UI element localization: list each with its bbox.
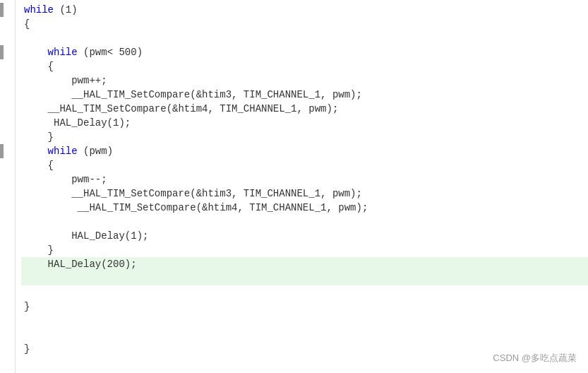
watermark: CSDN @多吃点蔬菜 bbox=[493, 352, 577, 365]
code-line: { bbox=[21, 158, 588, 172]
code-line: { bbox=[21, 59, 588, 73]
line-marker bbox=[0, 45, 4, 59]
code-line: } bbox=[21, 130, 588, 144]
code-line: pwm++; bbox=[21, 73, 588, 88]
code-line: HAL_Delay(1); bbox=[21, 229, 588, 243]
code-line: HAL_Delay(1); bbox=[21, 116, 588, 130]
line-marker bbox=[0, 144, 4, 158]
line-numbers bbox=[0, 0, 16, 373]
code-line: } bbox=[21, 300, 588, 314]
code-line bbox=[21, 215, 588, 229]
code-line: } bbox=[21, 243, 588, 257]
code-line: while (pwm< 500) bbox=[21, 45, 588, 59]
code-line bbox=[21, 31, 588, 45]
code-line: pwm--; bbox=[21, 172, 588, 186]
code-line bbox=[21, 271, 588, 285]
code-area[interactable]: while (1){ while (pwm< 500) { pwm++; __H… bbox=[16, 0, 588, 373]
line-marker bbox=[0, 3, 4, 17]
code-line: while (pwm) bbox=[21, 144, 588, 158]
code-line: __HAL_TIM_SetCompare(&htim3, TIM_CHANNEL… bbox=[21, 186, 588, 201]
code-container: while (1){ while (pwm< 500) { pwm++; __H… bbox=[0, 0, 588, 373]
code-line: { bbox=[21, 17, 588, 31]
code-line bbox=[21, 314, 588, 328]
code-line: __HAL_TIM_SetCompare(&htim4, TIM_CHANNEL… bbox=[21, 201, 588, 215]
code-line: __HAL_TIM_SetCompare(&htim4, TIM_CHANNEL… bbox=[21, 102, 588, 116]
code-line: HAL_Delay(200); bbox=[21, 257, 588, 271]
code-line bbox=[21, 285, 588, 300]
code-line bbox=[21, 328, 588, 342]
code-line: while (1) bbox=[21, 3, 588, 17]
code-line: __HAL_TIM_SetCompare(&htim3, TIM_CHANNEL… bbox=[21, 88, 588, 102]
